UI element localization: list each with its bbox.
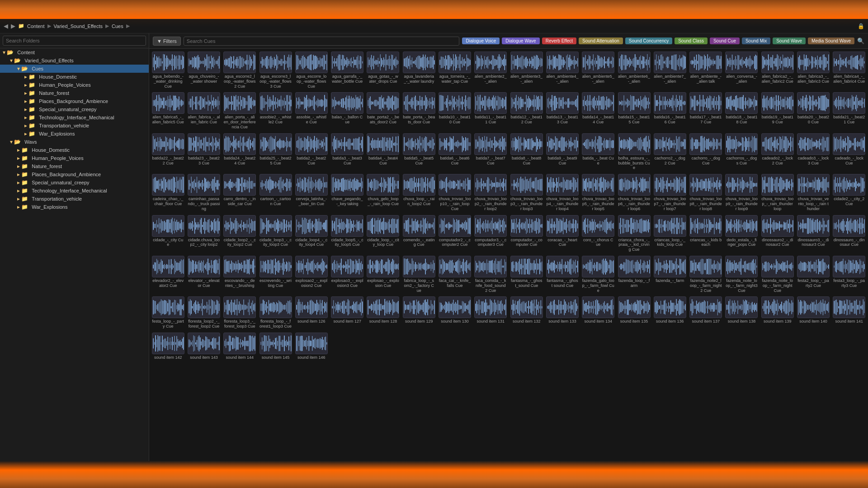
sound-item-40[interactable]: batida22_-_beat22 Cue	[151, 132, 185, 171]
tree-item-15[interactable]: ▸ 📁Places_Background_Ambience	[0, 170, 149, 178]
sound-item-100[interactable]: elevador2_-_elevator2 Cue	[151, 255, 185, 294]
sound-item-94[interactable]: criancas_loop_-_kids_loop Cue	[653, 214, 687, 253]
sound-item-88[interactable]: computador2_-_computer2 Cue	[438, 214, 472, 253]
filter-tag-3[interactable]: Sound Attenuation	[579, 38, 623, 44]
sound-item-11[interactable]: alien_ambiente4_-_alien	[545, 51, 579, 89]
sound-item-0[interactable]: agua_bebendo_-_water_drinking Cue	[151, 51, 185, 89]
sound-item-38[interactable]: batida20_-_beat20 Cue	[796, 91, 830, 130]
sound-item-73[interactable]: chuva_trovao_loop6_-_rain_thunder loop6	[617, 173, 651, 212]
sound-item-135[interactable]: sound item 137	[689, 296, 723, 330]
sound-item-106[interactable]: explosao_-_explosion Cue	[366, 255, 400, 294]
tree-item-19[interactable]: ▸ 📁War_Explosions	[0, 203, 149, 211]
sound-item-16[interactable]: alien_conversa_-_alien	[725, 51, 759, 89]
sound-item-95[interactable]: criancas_-_kids beach	[689, 214, 723, 253]
sound-item-17[interactable]: alien_fabrica2_-_alien_fabric2 Cue	[760, 51, 794, 89]
sound-item-102[interactable]: escovando_-_dentes_-_brushing	[223, 255, 257, 294]
tree-item-14[interactable]: ▸ 📁Nature_forest	[0, 162, 149, 170]
sound-item-27[interactable]: bate_porta_-_beats_door Cue	[402, 91, 436, 130]
tree-item-12[interactable]: ▸ 📁House_Domestic	[0, 146, 149, 154]
sound-item-70[interactable]: chuva_trovao_loop3_-_rain_thunder loop3	[509, 173, 543, 212]
sound-item-131[interactable]: sound item 133	[545, 296, 579, 330]
sound-item-42[interactable]: batida24_-_beat24 Cue	[223, 132, 257, 171]
filter-tag-4[interactable]: Sound Concurrency	[625, 38, 672, 44]
sound-item-118[interactable]: festa2_loop_-_party2 Cue	[796, 255, 830, 294]
forward-arrow[interactable]: ▶	[11, 23, 15, 29]
sound-item-45[interactable]: batida3_-_beat3 Cue	[330, 132, 364, 171]
sound-item-128[interactable]: sound item 130	[438, 296, 472, 330]
sound-item-139[interactable]: sound item 141	[832, 296, 866, 330]
sound-item-20[interactable]: alien_fabrica5_-_alien_fabric5 Cue	[151, 91, 185, 130]
sound-item-114[interactable]: fazenda_-_farm	[653, 255, 687, 294]
filters-button[interactable]: ▼ Filters	[153, 37, 181, 46]
filter-tag-1[interactable]: Dialogue Wave	[502, 38, 539, 44]
sound-item-12[interactable]: alien_ambiente5_-_alien	[581, 51, 615, 89]
sound-item-137[interactable]: sound item 139	[760, 296, 794, 330]
sound-item-15[interactable]: alien_ambiente_-_alien talk	[689, 51, 723, 89]
sound-item-138[interactable]: sound item 140	[796, 296, 830, 330]
sound-item-82[interactable]: cidade_loop2_-_city_loop2 Cue	[223, 214, 257, 253]
sound-item-26[interactable]: bate_porta2_-_beats_door2 Cue	[366, 91, 400, 130]
sound-item-52[interactable]: batida_-_beat Cue	[581, 132, 615, 171]
sound-item-92[interactable]: coro_-_chorus Cue	[581, 214, 615, 253]
sound-item-49[interactable]: batida7_-_beat7 Cue	[474, 132, 508, 171]
sound-item-113[interactable]: fazenda_loop_-_farm	[617, 255, 651, 294]
sidebar-search-input[interactable]	[3, 36, 146, 46]
sound-item-87[interactable]: comendo_-_eating Cue	[402, 214, 436, 253]
sound-item-58[interactable]: cadeado3_-_lock3 Cue	[796, 132, 830, 171]
sound-item-63[interactable]: cartoon_-_cartoon Cue	[259, 173, 292, 212]
sound-item-75[interactable]: chuva_trovao_loop8_-_rain_thunder loop8	[689, 173, 723, 212]
tree-item-2[interactable]: ▾ 📂Cues	[0, 65, 149, 73]
sound-item-47[interactable]: batida5_-_beat5 Cue	[402, 132, 436, 171]
tree-item-9[interactable]: ▸ 📁Transportation_vehicle	[0, 122, 149, 130]
sound-item-44[interactable]: batida2_-_beat2 Cue	[294, 132, 328, 171]
sound-item-21[interactable]: alien_fabrica_-_alien_fabric Cue	[187, 91, 221, 130]
sound-item-81[interactable]: cidade.chuva_loop2_-_city loop2	[187, 214, 221, 253]
filter-tag-0[interactable]: Dialogue Voice	[462, 38, 500, 44]
sound-item-134[interactable]: sound item 136	[653, 296, 687, 330]
sound-item-121[interactable]: floresta_loop2_-_forest_loop2 Cue	[187, 296, 221, 330]
sound-item-60[interactable]: cadeira_chao_-_chair_floor Cue	[151, 173, 185, 212]
sound-item-85[interactable]: cidade_loop5_-_city_loop5 Cue	[330, 214, 364, 253]
tree-item-11[interactable]: ▾ 📂Wavs	[0, 138, 149, 146]
sound-item-14[interactable]: alien_ambiente7_-_alien	[653, 51, 687, 89]
sound-item-66[interactable]: chuva_gelo_loop_-_rain_loop Cue	[366, 173, 400, 212]
sound-item-43[interactable]: batida25_-_beat25 Cue	[259, 132, 292, 171]
search-cues-input[interactable]	[184, 37, 460, 46]
sound-item-83[interactable]: cidade_loop3_-_city_loop3 Cue	[259, 214, 292, 253]
search-icon[interactable]: 🔍	[857, 38, 864, 44]
sound-item-59[interactable]: cadeado_-_lock Cue	[832, 132, 866, 171]
sound-item-10[interactable]: alien_ambiente3_-_alien	[509, 51, 543, 89]
tree-item-4[interactable]: ▸ 📁Human_People_Voices	[0, 81, 149, 89]
sound-item-101[interactable]: elevator_-_elevator Cue	[187, 255, 221, 294]
sound-item-2[interactable]: agua_escorre2_loop_-water_flows2 Cue	[223, 51, 257, 89]
sound-item-133[interactable]: sound item 135	[617, 296, 651, 330]
sound-item-25[interactable]: balao_-_ballon Cue	[330, 91, 364, 130]
sound-item-142[interactable]: sound item 144	[223, 332, 257, 361]
sound-item-93[interactable]: crianca_chora_-_praia_-_kid_crving Cue	[617, 214, 651, 253]
sound-item-3[interactable]: agua_escorre3_loop_-water_flows3 Cue	[259, 51, 292, 89]
sound-item-29[interactable]: batida11_-_beat11 Cue	[474, 91, 508, 130]
sound-item-90[interactable]: computador_-_computer Cue	[509, 214, 543, 253]
sound-item-76[interactable]: chuva_trovao_loop9_-_rain_thunder loop9	[725, 173, 759, 212]
sound-item-129[interactable]: sound item 131	[474, 296, 508, 330]
sound-item-97[interactable]: dinossauro2_-_dinosaur2 Cue	[760, 214, 794, 253]
sound-item-109[interactable]: faca_comida_-_knife_food_sound2 Cue	[474, 255, 508, 294]
sound-item-54[interactable]: cachorro2_-_dog2 Cue	[653, 132, 687, 171]
sound-item-77[interactable]: chuva_trovao_loop_-_rain_thunder loop	[760, 173, 794, 212]
tree-item-18[interactable]: ▸ 📁Transportation_vehicle	[0, 195, 149, 203]
sound-item-122[interactable]: floresta_loop3_-_forest_loop3 Cue	[223, 296, 257, 330]
sound-item-62[interactable]: carro_dentro_-_inside_car Cue	[223, 173, 257, 212]
sound-item-89[interactable]: computador3_-_computer3 Cue	[474, 214, 508, 253]
back-arrow[interactable]: ◀	[4, 23, 8, 29]
sound-item-124[interactable]: sound item 126	[294, 296, 328, 330]
sound-item-69[interactable]: chuva_trovao_loop2_-_rain_thunder loop2	[474, 173, 508, 212]
tree-item-1[interactable]: ▾ 📂Varied_Sound_Effects	[0, 56, 149, 65]
sound-item-22[interactable]: alien_porta_-_alien_door_interferencia C…	[223, 91, 257, 130]
sound-item-117[interactable]: fazenda_noite_loop_-_farm_night Cue	[760, 255, 794, 294]
sound-item-98[interactable]: dinossauro3_-_dinosaur3 Cue	[796, 214, 830, 253]
sound-item-68[interactable]: chuva_trovao_loop10_-_rain_loop Cue	[438, 173, 472, 212]
filter-tag-9[interactable]: Media Sound Wave	[808, 38, 854, 44]
sound-item-141[interactable]: sound item 143	[187, 332, 221, 361]
sound-item-84[interactable]: cidade_loop4_-_city_loop4 Cue	[294, 214, 328, 253]
sound-item-74[interactable]: chuva_trovao_loop7_-_rain_thunder loop7	[653, 173, 687, 212]
